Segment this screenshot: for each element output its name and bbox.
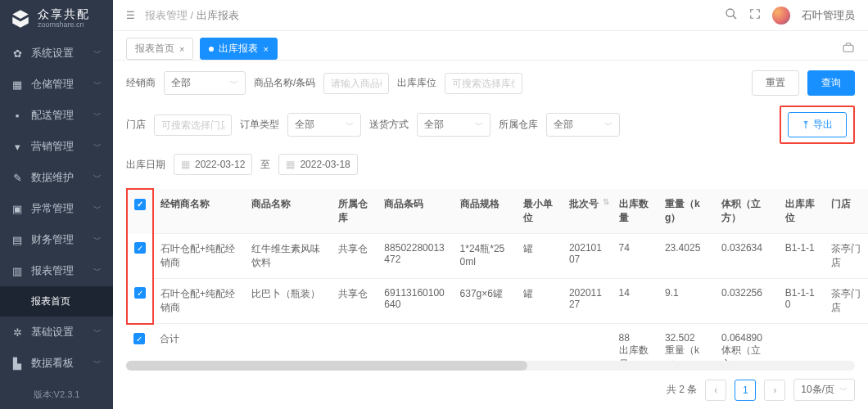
chart-icon: ▙ (11, 357, 23, 369)
close-icon[interactable]: × (179, 44, 184, 54)
calendar-icon: ▦ (181, 159, 190, 170)
col-batch[interactable]: 批次号 (563, 189, 613, 234)
warehouse-label: 所属仓库 (499, 118, 538, 132)
menu-item-marketing[interactable]: ▾营销管理﹀ (0, 131, 113, 162)
chevron-down-icon: ﹀ (604, 119, 613, 131)
dealer-label: 经销商 (126, 76, 156, 90)
search-icon[interactable] (725, 7, 738, 23)
col-volume: 体积（立方） (715, 189, 779, 234)
upload-icon: ⤒ (802, 119, 810, 131)
date-label: 出库日期 (126, 158, 165, 172)
reset-button[interactable]: 重置 (752, 70, 799, 96)
checkbox-checked-icon[interactable]: ✓ (134, 242, 146, 254)
tag-icon: ▾ (11, 141, 23, 152)
table-row[interactable]: ✓ 石叶仓配+纯配经销商红牛维生素风味饮料共享仓885022800134721*… (127, 234, 868, 279)
checkbox-checked-icon[interactable]: ✓ (133, 333, 145, 344)
filters: 经销商 全部﹀ 商品名称/条码 出库库位 重置 查询 门店 订单类型 全部﹀ 送… (113, 61, 868, 188)
sidebar: 众享共配 zoomshare.cn ✿系统设置﹀ ▦仓储管理﹀ ▪配送管理﹀ ▾… (0, 0, 113, 409)
brand-name-en: zoomshare.cn (38, 21, 90, 29)
table-scroll[interactable]: ✓ 经销商名称 商品名称 所属仓库 商品条码 商品规格 最小单位 批次号 出库数… (113, 188, 868, 361)
chevron-down-icon: ﹀ (93, 47, 102, 59)
table-totals-row: ✓ 合计 88出库数量 32.502重量（kg） 0.064890体积（立方） (127, 324, 868, 362)
pager-size-select[interactable]: 10条/页﹀ (793, 379, 855, 401)
tab-report-home[interactable]: 报表首页× (126, 38, 193, 60)
col-product: 商品名称 (245, 189, 332, 234)
col-qty: 出库数量 (613, 189, 658, 234)
tab-outbound-report[interactable]: 出库报表× (200, 38, 277, 60)
export-highlight: ⤒导出 (780, 106, 855, 144)
query-button[interactable]: 查询 (807, 70, 855, 96)
pager-total: 共 2 条 (667, 383, 697, 397)
ship-select[interactable]: 全部﹀ (417, 113, 491, 137)
menu-item-finance[interactable]: ▤财务管理﹀ (0, 224, 113, 255)
outbound-table: ✓ 经销商名称 商品名称 所属仓库 商品条码 商品规格 最小单位 批次号 出库数… (126, 188, 868, 361)
username[interactable]: 石叶管理员 (802, 8, 855, 23)
cube-icon (10, 8, 31, 29)
menu-item-delivery[interactable]: ▪配送管理﹀ (0, 100, 113, 131)
whloc-label: 出库库位 (397, 76, 436, 90)
breadcrumb: 报表管理 / 出库报表 (145, 8, 715, 23)
submenu-reports: 报表首页 (0, 286, 113, 317)
chevron-down-icon: ﹀ (475, 119, 483, 131)
menu-item-exception[interactable]: ▣异常管理﹀ (0, 193, 113, 224)
menu-item-basic-settings[interactable]: ✲基础设置﹀ (0, 317, 113, 348)
menu-item-reports[interactable]: ▥报表管理﹀ (0, 255, 113, 286)
table-row[interactable]: ✓ 石叶仓配+纯配经销商比巴卜（瓶装）共享仓69113160100640637g… (127, 279, 868, 324)
cog-icon: ✲ (11, 326, 23, 338)
checkbox-checked-icon[interactable]: ✓ (134, 199, 146, 210)
pagination: 共 2 条 ‹ 1 › 10条/页﹀ (113, 371, 868, 409)
report-icon: ▥ (11, 265, 23, 276)
horizontal-scrollbar[interactable] (126, 361, 855, 371)
table-header-row: ✓ 经销商名称 商品名称 所属仓库 商品条码 商品规格 最小单位 批次号 出库数… (127, 189, 868, 234)
store-input[interactable] (154, 115, 232, 136)
dealer-select[interactable]: 全部﹀ (164, 71, 246, 95)
chevron-down-icon: ﹀ (93, 326, 102, 338)
pager-prev-button[interactable]: ‹ (705, 380, 726, 401)
brand-logo: 众享共配 zoomshare.cn (0, 0, 113, 38)
topbar: ☰ 报表管理 / 出库报表 石叶管理员 (113, 0, 868, 31)
calendar-icon: ▦ (286, 159, 295, 170)
chevron-down-icon: ﹀ (93, 79, 102, 90)
gear-icon: ✿ (11, 47, 23, 59)
chevron-down-icon: ﹀ (93, 172, 102, 183)
col-barcode: 商品条码 (377, 189, 453, 234)
chevron-down-icon: ﹀ (93, 141, 102, 152)
breadcrumb-parent[interactable]: 报表管理 (145, 9, 188, 21)
avatar[interactable] (772, 7, 790, 25)
svg-rect-2 (843, 45, 853, 52)
tabs-bar: 报表首页× 出库报表× (113, 31, 868, 61)
scrollbar-thumb[interactable] (126, 361, 527, 371)
ordertype-select[interactable]: 全部﹀ (287, 113, 361, 137)
date-from-input[interactable]: ▦2022-03-12 (174, 154, 252, 175)
alert-icon: ▣ (11, 203, 23, 214)
select-all-header[interactable]: ✓ (127, 189, 153, 234)
product-input[interactable] (323, 73, 389, 94)
menu-item-warehouse[interactable]: ▦仓储管理﹀ (0, 69, 113, 100)
toggle-sidebar-icon[interactable]: ☰ (126, 10, 135, 21)
whloc-input[interactable] (445, 73, 522, 94)
warehouse-select[interactable]: 全部﹀ (546, 113, 620, 137)
menu-item-data-maintain[interactable]: ✎数据维护﹀ (0, 162, 113, 193)
active-dot-icon (209, 47, 214, 52)
pager-next-button[interactable]: › (764, 380, 785, 401)
fullscreen-icon[interactable] (749, 8, 761, 22)
col-spec: 商品规格 (454, 189, 517, 234)
close-icon[interactable]: × (263, 44, 268, 54)
export-button[interactable]: ⤒导出 (788, 112, 847, 137)
menu-item-dashboard[interactable]: ▙数据看板﹀ (0, 348, 113, 379)
chevron-down-icon: ﹀ (93, 357, 102, 369)
version-label: 版本:V2.3.1 (0, 380, 113, 409)
toolbox-icon[interactable] (842, 41, 855, 56)
col-warehouse: 所属仓库 (332, 189, 377, 234)
date-to-input[interactable]: ▦2022-03-18 (278, 154, 357, 175)
main-menu: ✿系统设置﹀ ▦仓储管理﹀ ▪配送管理﹀ ▾营销管理﹀ ✎数据维护﹀ ▣异常管理… (0, 38, 113, 380)
checkbox-checked-icon[interactable]: ✓ (134, 287, 146, 299)
submenu-report-home[interactable]: 报表首页 (0, 286, 113, 317)
breadcrumb-current: 出库报表 (197, 9, 239, 21)
menu-item-system[interactable]: ✿系统设置﹀ (0, 38, 113, 69)
ship-label: 送货方式 (369, 118, 409, 132)
main-content: ☰ 报表管理 / 出库报表 石叶管理员 报表首页× 出库报表× 经销商 全部﹀ … (113, 0, 868, 409)
col-store: 门店 (825, 189, 868, 234)
store-label: 门店 (126, 118, 146, 132)
pager-page-1[interactable]: 1 (735, 380, 756, 401)
